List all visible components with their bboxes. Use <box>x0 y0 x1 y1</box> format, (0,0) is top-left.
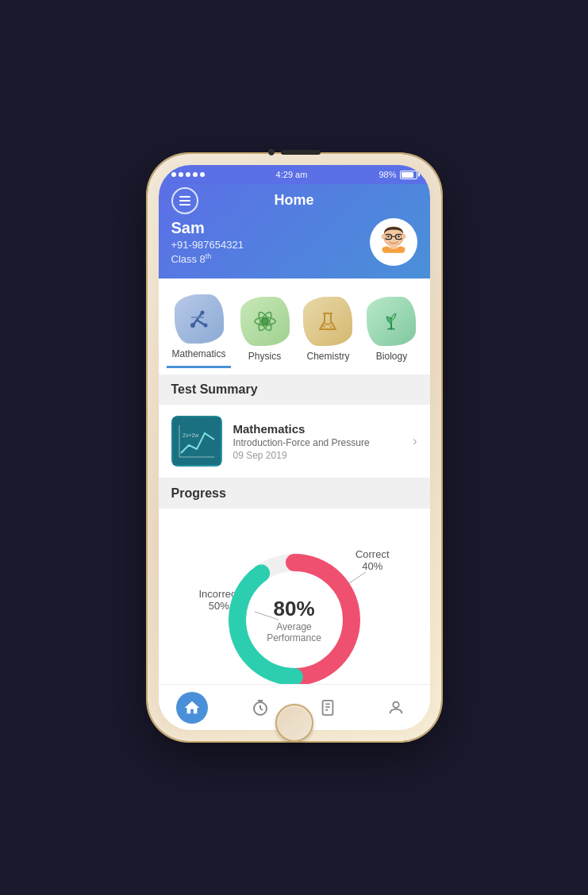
svg-point-7 <box>382 234 386 238</box>
notes-icon <box>312 692 344 724</box>
subject-item-chemistry[interactable]: Chemistry <box>298 294 357 368</box>
subject-item-biology[interactable]: Biology <box>362 294 421 368</box>
test-thumbnail: 2x+2w <box>171 416 222 467</box>
donut-chart: 80% Average Performance <box>215 540 374 699</box>
correct-label: Correct 40% <box>355 548 390 572</box>
nav-item-profile[interactable] <box>380 692 412 724</box>
subject-label-biology: Biology <box>376 351 407 362</box>
svg-line-33 <box>260 709 263 710</box>
subject-icon-chemistry <box>303 297 352 346</box>
avatar <box>370 218 417 266</box>
subjects-grid: Mathematics Physics <box>165 291 424 368</box>
subject-icon-mathematics <box>175 294 224 344</box>
test-summary-card[interactable]: 2x+2w Mathematics Introduction-Force and… <box>159 405 430 478</box>
test-chapter: Introduction-Force and Pressure <box>233 437 402 448</box>
svg-point-8 <box>401 234 405 238</box>
svg-point-13 <box>203 324 207 328</box>
signal-dots <box>171 172 205 177</box>
test-info: Mathematics Introduction-Force and Press… <box>233 422 402 461</box>
user-name: Sam <box>171 219 244 237</box>
subjects-section: Mathematics Physics <box>159 278 430 375</box>
status-time: 4:29 am <box>276 170 308 179</box>
progress-header: Progress <box>159 478 430 509</box>
subject-label-physics: Physics <box>248 351 281 362</box>
status-bar: 4:29 am 98% <box>159 165 430 184</box>
camera-dot <box>268 149 275 156</box>
subject-label-chemistry: Chemistry <box>306 351 349 362</box>
battery-indicator: 98% <box>379 170 417 179</box>
subject-label-mathematics: Mathematics <box>171 348 225 359</box>
svg-point-11 <box>190 323 195 328</box>
header-nav: Home <box>171 192 417 209</box>
user-profile-section: Sam +91-987654321 Class 8th <box>171 218 417 266</box>
battery-icon <box>400 171 417 179</box>
svg-point-4 <box>387 236 390 238</box>
home-icon-circle <box>176 692 208 724</box>
hamburger-icon <box>179 196 190 206</box>
svg-point-40 <box>393 701 398 707</box>
subject-icon-physics <box>240 297 290 346</box>
menu-button[interactable] <box>171 187 198 214</box>
svg-point-19 <box>322 325 325 328</box>
test-date: 09 Sep 2019 <box>233 450 402 461</box>
donut-center-text: 80% Average Performance <box>267 597 321 643</box>
nav-item-notes[interactable] <box>312 692 344 724</box>
app-header: Home Sam +91-987654321 Class 8th <box>159 184 430 278</box>
battery-text: 98% <box>379 170 396 179</box>
screen-content: Home Sam +91-987654321 Class 8th <box>159 184 430 730</box>
user-info: Sam +91-987654321 Class 8th <box>171 219 244 265</box>
timer-icon <box>244 692 276 724</box>
svg-point-12 <box>200 311 204 315</box>
nav-item-home[interactable] <box>176 692 208 724</box>
phone-frame: 4:29 am 98% <box>148 154 441 741</box>
subject-icon-biology <box>367 297 416 346</box>
svg-point-5 <box>398 236 400 238</box>
phone-top-decoration <box>268 149 321 156</box>
home-button[interactable] <box>275 704 313 742</box>
svg-text:2x+2w: 2x+2w <box>183 432 199 438</box>
subject-item-mathematics[interactable]: Mathematics <box>167 291 230 368</box>
svg-rect-22 <box>173 417 221 465</box>
page-title: Home <box>274 192 313 209</box>
svg-point-20 <box>330 326 332 328</box>
svg-rect-6 <box>390 244 397 248</box>
speaker-bar <box>281 150 321 155</box>
svg-point-15 <box>262 318 268 325</box>
chevron-right-icon: › <box>413 434 417 448</box>
user-phone: +91-987654321 <box>171 239 244 251</box>
profile-icon <box>380 692 412 724</box>
phone-screen: 4:29 am 98% <box>159 165 430 730</box>
test-subject: Mathematics <box>233 422 402 436</box>
user-class: Class 8th <box>171 252 244 265</box>
nav-item-timer[interactable] <box>244 692 276 724</box>
test-summary-header: Test Summary <box>159 375 430 405</box>
subject-item-physics[interactable]: Physics <box>236 294 294 368</box>
